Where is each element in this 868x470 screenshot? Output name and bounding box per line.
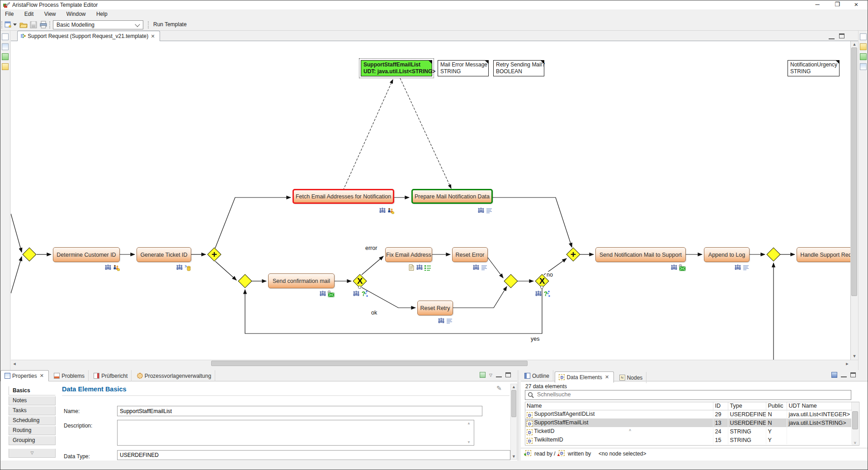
fastview-icon[interactable] [860, 63, 867, 70]
template-fastview-icon[interactable] [2, 63, 9, 70]
node-generate-ticket-id[interactable]: Generate Ticket ID [137, 247, 191, 262]
scroll-up-icon[interactable]: ▲ [511, 385, 517, 389]
gateway-xor-join[interactable] [504, 274, 518, 288]
side-tab-routing[interactable]: Routing [9, 426, 56, 435]
scroll-up-icon[interactable]: ▲ [851, 42, 858, 47]
pin-view-icon[interactable] [480, 372, 486, 378]
gateway-and-join[interactable]: + [566, 248, 580, 261]
minimize-view-icon[interactable] [829, 34, 835, 39]
scroll-down-icon[interactable]: ▼ [851, 354, 858, 358]
canvas-vertical-scrollbar[interactable]: ▲ ▼ [851, 41, 858, 360]
data-element-box-notificationurgency[interactable]: NotificationUrgency STRING [788, 60, 840, 76]
search-input[interactable] [537, 391, 849, 398]
data-element-box-mail-error-message[interactable]: Mail Error Message STRING [438, 60, 489, 76]
fastview-icon[interactable] [860, 43, 867, 50]
fastview-icon[interactable] [860, 53, 867, 60]
gateway-loop-entry[interactable] [767, 248, 780, 261]
tab-pruefbericht[interactable]: Prüfbericht [90, 370, 132, 381]
col-type[interactable]: Type [728, 402, 766, 410]
new-dropdown-arrow-icon[interactable] [13, 24, 17, 26]
side-tab-collapse[interactable]: ▽ [9, 449, 56, 458]
description-field[interactable] [117, 420, 474, 446]
menu-window[interactable]: Window [62, 9, 90, 19]
editor-tab[interactable]: Support Request (Support Request_v21.tem… [17, 31, 160, 41]
name-field[interactable] [117, 406, 482, 416]
col-udt-name[interactable]: UDT Name [787, 402, 851, 410]
process-canvas[interactable]: SupportStaffEmailList UDT: java.util.Lis… [11, 41, 851, 360]
print-icon[interactable] [39, 21, 47, 29]
tab-properties[interactable]: Properties ✕ [0, 370, 49, 381]
tab-nodes[interactable]: N Nodes [616, 372, 647, 383]
gateway-loop-join[interactable] [238, 274, 252, 288]
node-reset-error[interactable]: Reset Error [452, 247, 488, 262]
gateway-xor-split-error[interactable]: X [353, 274, 367, 288]
scroll-down-icon[interactable]: ˅ [852, 441, 859, 445]
maximize-view-icon[interactable] [839, 33, 844, 38]
side-tab-basics[interactable]: Basics [9, 386, 56, 395]
table-row[interactable]: D SupportStaffAgentIDList 29USERDEFINED … [525, 410, 851, 418]
maximize-button[interactable]: ❐ [828, 0, 847, 9]
data-element-box-supportstaffemaillist[interactable]: SupportStaffEmailList UDT: java.util.Lis… [361, 60, 432, 76]
side-tab-scheduling[interactable]: Scheduling [9, 416, 56, 425]
table-scrollbar[interactable]: ˅ [852, 402, 859, 445]
data-element-box-retry-sending-mail[interactable]: Retry Sending Mail? BOOLEAN [493, 60, 544, 76]
minimize-button[interactable]: ─ [808, 0, 827, 9]
edit-pencil-icon[interactable]: ✎ [496, 385, 502, 392]
node-fetch-email-addresses[interactable]: Fetch Email Addresses for Notification [292, 189, 394, 204]
maximize-view-icon[interactable] [850, 372, 856, 377]
tab-data-elements[interactable]: D Data Elements ✕ [555, 371, 614, 383]
tab-prozessvorlagenverwaltung[interactable]: Prozessvorlagenverwaltung [133, 370, 215, 381]
scroll-thumb[interactable] [511, 390, 516, 417]
view-menu-icon[interactable]: ▽ [489, 373, 492, 377]
node-handle-support-request[interactable]: Handle Support Req [797, 247, 851, 262]
editor-tab-close-icon[interactable]: ✕ [150, 33, 156, 39]
table-row[interactable]: D TwikiItemID 15STRING Y [525, 436, 851, 444]
side-tab-grouping[interactable]: Grouping [9, 436, 56, 445]
minimize-view-icon[interactable] [496, 372, 502, 377]
table-row[interactable]: D TicketID 24STRING Y [525, 427, 851, 436]
table-row-selected[interactable]: D SupportStaffEmailList 13USERDEFINED Nj… [525, 418, 851, 427]
menu-edit[interactable]: Edit [20, 9, 38, 19]
scroll-left-icon[interactable]: ◄ [11, 362, 18, 366]
restore-pane-icon[interactable] [860, 33, 867, 40]
close-button[interactable]: × [847, 0, 866, 9]
node-send-notification-mail-to-support[interactable]: Send Notification Mail to Support [595, 247, 686, 262]
minimize-view-icon[interactable] [841, 372, 847, 377]
side-tab-tasks[interactable]: Tasks [9, 406, 56, 415]
pin-view-icon[interactable] [831, 372, 837, 378]
node-send-confirmation-mail[interactable]: Send confirmation mail [268, 273, 335, 288]
outline-fastview-icon[interactable] [2, 53, 9, 60]
spinner-down-icon[interactable]: ▼ [467, 440, 471, 444]
menu-file[interactable]: File [0, 9, 18, 19]
node-append-to-log[interactable]: Append to Log [704, 247, 750, 262]
node-determine-customer-id[interactable]: Determine Customer ID [53, 247, 120, 262]
run-template-button[interactable]: Run Template [153, 21, 187, 28]
canvas-horizontal-scrollbar[interactable]: ◄ ► [11, 360, 858, 367]
menu-view[interactable]: View [40, 9, 61, 19]
restore-pane-icon[interactable] [2, 33, 9, 40]
scroll-thumb[interactable] [211, 361, 528, 366]
palette-view-icon[interactable] [2, 43, 9, 50]
col-name[interactable]: Name˄ [525, 402, 713, 410]
properties-scrollbar[interactable]: ▲ ▼ [510, 384, 517, 460]
gateway-and-split[interactable]: + [208, 248, 221, 261]
maximize-view-icon[interactable] [505, 372, 511, 377]
col-id[interactable]: ID [713, 402, 728, 410]
open-icon[interactable] [19, 21, 28, 29]
scroll-down-icon[interactable]: ▼ [511, 454, 517, 459]
node-fix-email-address[interactable]: Fix Email Address [385, 247, 432, 262]
gateway-start-join[interactable] [23, 248, 36, 261]
tab-close-icon[interactable]: ✕ [604, 374, 610, 380]
node-reset-retry[interactable]: Reset Retry [417, 301, 453, 315]
side-tab-notes[interactable]: Notes [9, 396, 56, 405]
col-public[interactable]: Public [766, 402, 787, 410]
scroll-thumb[interactable] [852, 411, 858, 429]
tab-outline[interactable]: Outline [521, 370, 553, 381]
scroll-right-icon[interactable]: ► [844, 362, 851, 366]
tab-problems[interactable]: Problems [50, 370, 89, 381]
perspective-select[interactable]: Basic Modelling [53, 20, 143, 29]
new-template-icon[interactable] [4, 21, 12, 29]
node-prepare-mail-notification-data[interactable]: Prepare Mail Notification Data [411, 189, 493, 204]
tab-close-icon[interactable]: ✕ [39, 373, 45, 379]
datatype-field[interactable] [117, 450, 510, 460]
